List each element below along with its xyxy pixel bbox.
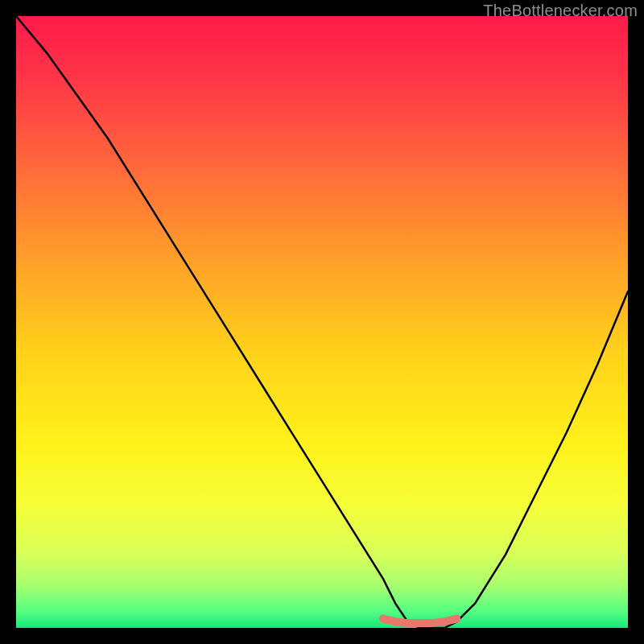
attribution-text: TheBottlenecker.com — [483, 2, 638, 20]
optimal-segment — [383, 619, 456, 623]
gradient-background — [16, 16, 628, 628]
bottleneck-chart — [16, 16, 628, 628]
chart-frame — [16, 16, 628, 628]
